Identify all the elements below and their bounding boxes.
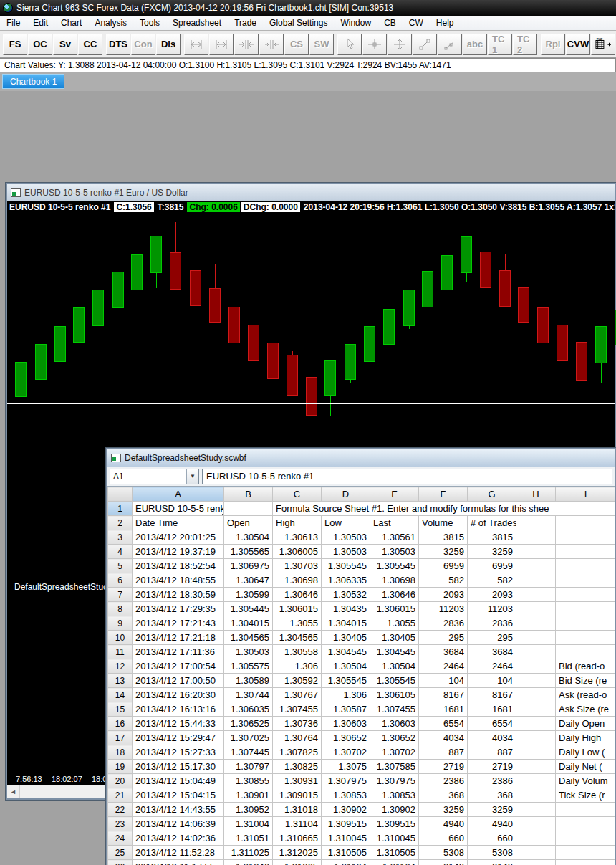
value-cell[interactable]: 1.31246: [224, 860, 273, 865]
value-cell[interactable]: 1.30503: [224, 645, 273, 659]
cell[interactable]: [516, 573, 556, 588]
toolbar-decrease-bar-spacing-icon[interactable]: [234, 34, 259, 55]
row-header-21[interactable]: 21: [108, 788, 133, 803]
value-cell[interactable]: 1.310505: [322, 846, 370, 860]
value-cell[interactable]: 1.30503: [322, 545, 370, 559]
toolbar-ray-icon[interactable]: [438, 34, 462, 55]
value-cell[interactable]: 1.31265: [273, 860, 322, 865]
study-input-label-cell[interactable]: [556, 573, 615, 588]
cell[interactable]: [516, 788, 556, 803]
value-cell[interactable]: 2093: [468, 588, 516, 602]
value-cell[interactable]: 1.30703: [273, 559, 322, 573]
cell-reference-dropdown[interactable]: A1 ▼: [110, 469, 199, 484]
row-header-19[interactable]: 19: [108, 760, 133, 774]
value-cell[interactable]: 1.30853: [370, 788, 419, 803]
row-header-2[interactable]: 2: [108, 516, 133, 530]
value-cell[interactable]: 1.304545: [322, 645, 370, 659]
cell[interactable]: [516, 516, 556, 530]
cell[interactable]: [224, 502, 273, 516]
value-cell[interactable]: 1.30764: [273, 731, 322, 745]
value-cell[interactable]: 3815: [468, 530, 516, 545]
value-cell[interactable]: 1.3075: [322, 760, 370, 774]
menu-item-tools[interactable]: Tools: [133, 16, 166, 29]
value-cell[interactable]: 1.30589: [224, 674, 273, 688]
value-cell[interactable]: 582: [468, 573, 516, 588]
column-label-cell[interactable]: High: [273, 516, 322, 530]
value-cell[interactable]: 1.306015: [273, 602, 322, 616]
study-input-label-cell[interactable]: Daily Open: [556, 717, 615, 731]
study-input-label-cell[interactable]: [556, 645, 615, 659]
row-header-25[interactable]: 25: [108, 846, 133, 860]
toolbar-button-dis[interactable]: Dis: [156, 34, 181, 55]
value-cell[interactable]: 1.306525: [224, 717, 273, 731]
row-header-12[interactable]: 12: [108, 659, 133, 674]
value-cell[interactable]: 1.30504: [370, 659, 419, 674]
value-cell[interactable]: 1.30405: [370, 631, 419, 645]
value-cell[interactable]: 104: [468, 674, 516, 688]
value-cell[interactable]: 1.30652: [370, 731, 419, 745]
value-cell[interactable]: 1.310045: [370, 831, 419, 846]
toolbar-expand-bar-spacing-icon[interactable]: [184, 34, 208, 55]
study-input-label-cell[interactable]: [556, 588, 615, 602]
row-header-4[interactable]: 4: [108, 545, 133, 559]
row-header-20[interactable]: 20: [108, 774, 133, 788]
value-cell[interactable]: 1.306015: [370, 602, 419, 616]
row-header-14[interactable]: 14: [108, 688, 133, 702]
study-input-label-cell[interactable]: [556, 530, 615, 545]
value-cell[interactable]: 1.304545: [370, 645, 419, 659]
value-cell[interactable]: 1.30603: [370, 717, 419, 731]
value-cell[interactable]: 1.30603: [322, 717, 370, 731]
date-time-cell[interactable]: 2013/4/12 17:21:18: [133, 631, 224, 645]
date-time-cell[interactable]: 2013/4/12 14:02:36: [133, 831, 224, 846]
toolbar-button-sw[interactable]: SW: [309, 34, 334, 55]
column-header-a[interactable]: A: [133, 487, 224, 502]
value-cell[interactable]: 582: [419, 573, 468, 588]
toolbar-button-tc2[interactable]: TC 2: [513, 34, 537, 55]
value-cell[interactable]: 1.30744: [224, 688, 273, 702]
value-cell[interactable]: 1.305545: [322, 559, 370, 573]
value-cell[interactable]: 3259: [468, 803, 516, 817]
cell[interactable]: [516, 717, 556, 731]
value-cell[interactable]: 1.306105: [370, 688, 419, 702]
cell[interactable]: [516, 545, 556, 559]
value-cell[interactable]: 1.307025: [224, 731, 273, 745]
cell[interactable]: [516, 631, 556, 645]
value-cell[interactable]: 1.312025: [273, 846, 322, 860]
value-cell[interactable]: 3259: [419, 545, 468, 559]
row-header-15[interactable]: 15: [108, 702, 133, 717]
menu-item-edit[interactable]: Edit: [27, 16, 54, 29]
toolbar-pointer-icon[interactable]: [337, 34, 362, 55]
tab-chartbook1[interactable]: Chartbook 1: [2, 74, 64, 89]
value-cell[interactable]: 295: [419, 631, 468, 645]
value-cell[interactable]: 1.304565: [224, 631, 273, 645]
toolbar-button-abc[interactable]: abc: [463, 34, 487, 55]
menu-item-cb[interactable]: CB: [377, 16, 403, 29]
row-header-9[interactable]: 9: [108, 616, 133, 631]
value-cell[interactable]: 1.307975: [370, 774, 419, 788]
value-cell[interactable]: 2836: [419, 616, 468, 631]
date-time-cell[interactable]: 2013/4/12 15:17:30: [133, 760, 224, 774]
value-cell[interactable]: 1.305445: [224, 602, 273, 616]
select-all-corner[interactable]: [108, 487, 133, 502]
value-cell[interactable]: 368: [419, 788, 468, 803]
value-cell[interactable]: 1.30503: [370, 545, 419, 559]
value-cell[interactable]: 6959: [419, 559, 468, 573]
date-time-cell[interactable]: 2013/4/12 17:11:36: [133, 645, 224, 659]
toolbar-button-con[interactable]: Con: [131, 34, 155, 55]
value-cell[interactable]: 1.305545: [370, 674, 419, 688]
value-cell[interactable]: 368: [468, 788, 516, 803]
date-time-cell[interactable]: 2013/4/12 17:00:50: [133, 674, 224, 688]
study-input-label-cell[interactable]: [556, 860, 615, 865]
study-input-label-cell[interactable]: [556, 616, 615, 631]
value-cell[interactable]: 1.30698: [273, 573, 322, 588]
value-cell[interactable]: 1.30647: [224, 573, 273, 588]
value-cell[interactable]: 1.30931: [273, 774, 322, 788]
value-cell[interactable]: 1.30853: [322, 788, 370, 803]
value-cell[interactable]: 2464: [419, 659, 468, 674]
value-cell[interactable]: 1.30532: [322, 588, 370, 602]
toolbar-button-oc[interactable]: OC: [28, 34, 52, 55]
value-cell[interactable]: 1.30901: [224, 788, 273, 803]
value-cell[interactable]: 1.30855: [224, 774, 273, 788]
value-cell[interactable]: 2836: [468, 616, 516, 631]
cell[interactable]: [516, 745, 556, 760]
